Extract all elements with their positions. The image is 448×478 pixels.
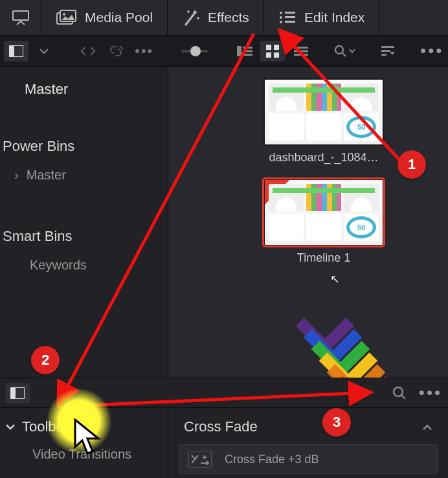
crossfade-plus3db-item[interactable]: Cross Fade +3 dB [179,444,438,474]
bottom-sidebar-toggle[interactable] [5,383,30,404]
video-transitions-item[interactable]: Video Transitions [4,439,168,462]
chevron-right-icon: › [14,168,19,183]
svg-rect-15 [243,54,252,56]
chevron-up-icon [422,424,432,431]
svg-point-8 [280,21,282,23]
svg-rect-17 [274,45,279,50]
thumbnail-size-slider[interactable] [181,50,208,52]
list-view-icon [237,46,252,56]
clip-timeline-1-label: Timeline 1 [297,251,350,265]
svg-rect-18 [266,52,271,58]
svg-point-23 [335,46,343,54]
edit-index-label: Edit Index [304,10,364,25]
svg-point-3 [63,13,65,16]
presentation-icon [12,10,30,25]
svg-rect-26 [381,54,386,56]
svg-rect-13 [243,47,252,49]
bin-master[interactable]: Master [0,72,168,112]
link-button[interactable] [104,41,129,62]
collapse-section-button[interactable] [422,420,438,435]
svg-rect-7 [285,16,295,18]
svg-rect-25 [381,50,390,52]
lines-icon [294,46,308,56]
search-icon [392,386,407,400]
chevron-down-icon [39,48,49,54]
edit-index-icon [278,10,297,25]
power-bins-master-label: Master [27,168,66,183]
smart-bin-keywords[interactable]: Keywords [0,251,168,279]
mouse-cursor-icon: ↖ [330,272,340,286]
chevron-down-icon [349,49,355,54]
more-button-1[interactable]: ••• [132,41,157,62]
presentation-tab[interactable] [0,0,41,35]
list-view-button[interactable] [232,41,257,62]
svg-rect-21 [294,50,308,52]
search-dropdown-button[interactable] [332,41,357,62]
smart-bin-keywords-label: Keywords [30,258,87,273]
svg-rect-24 [381,46,394,48]
effects-tab[interactable]: Effects [168,0,263,35]
effects-label: Effects [208,10,249,25]
code-button[interactable] [76,41,100,62]
code-icon [80,46,96,56]
sidebar-toggle-button[interactable] [4,41,28,62]
more-button-2[interactable]: ••• [420,41,444,62]
toolbox-header[interactable]: Toolbox [4,415,168,439]
search-icon [334,45,347,58]
smart-bins-header: Smart Bins [0,189,168,251]
svg-rect-28 [10,387,16,399]
svg-rect-14 [243,50,252,52]
svg-rect-5 [285,12,295,14]
svg-rect-20 [294,47,308,49]
magic-wand-icon [182,9,200,26]
media-pool-tab[interactable]: Media Pool [42,0,167,35]
sidebar-toggle-icon [9,45,23,57]
power-bins-header: Power Bins [0,112,168,161]
grid-view-button[interactable] [260,41,285,62]
link-icon [108,45,124,57]
svg-rect-9 [285,21,295,23]
grid-view-icon [266,45,279,58]
media-pool-label: Media Pool [85,10,153,25]
clip-dashboard-label: dashboard_-_1084… [269,151,378,165]
toolbox-label: Toolbox [22,418,71,435]
crossfade-item-label: Cross Fade +3 dB [225,453,319,466]
svg-rect-22 [294,54,308,56]
chevron-down-icon [5,423,16,431]
edit-index-tab[interactable]: Edit Index [264,0,379,35]
power-bins-master[interactable]: › Master [0,161,168,189]
clip-timeline-1[interactable]: ✔ Timeline 1 [259,179,388,265]
bottom-search-button[interactable] [387,383,412,404]
svg-point-6 [280,16,282,19]
svg-rect-16 [266,45,271,50]
media-pool-icon [56,10,77,25]
bottom-more-button[interactable]: ••• [418,383,443,404]
crossfade-icon [188,451,212,468]
svg-rect-19 [274,52,279,58]
svg-rect-0 [13,11,28,20]
svg-point-4 [280,12,282,14]
sidebar-toggle-icon [10,387,25,399]
sort-button[interactable] [376,41,401,62]
clip-dashboard[interactable]: dashboard_-_1084… [259,78,388,165]
svg-point-29 [394,387,403,396]
sidebar-toggle-dropdown[interactable] [32,41,57,62]
svg-rect-11 [9,45,14,57]
lines-view-button[interactable] [289,41,313,62]
sort-icon [381,45,396,57]
crossfade-section-label: Cross Fade [184,418,258,435]
svg-rect-12 [237,46,241,56]
